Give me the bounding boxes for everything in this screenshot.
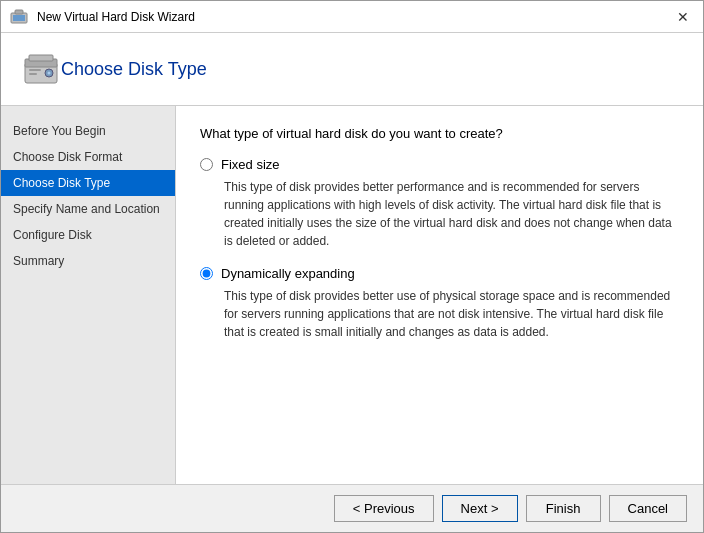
wizard-icon [21, 49, 61, 89]
dynamically-expanding-description: This type of disk provides better use of… [224, 287, 679, 341]
sidebar-item-specify-name-location[interactable]: Specify Name and Location [1, 196, 175, 222]
wizard-main: What type of virtual hard disk do you wa… [176, 106, 703, 484]
svg-rect-5 [29, 55, 53, 61]
close-button[interactable]: ✕ [671, 5, 695, 29]
wizard-footer: < Previous Next > Finish Cancel [1, 484, 703, 532]
sidebar-item-summary[interactable]: Summary [1, 248, 175, 274]
svg-rect-8 [29, 69, 41, 71]
svg-point-7 [48, 72, 51, 75]
sidebar-item-configure-disk[interactable]: Configure Disk [1, 222, 175, 248]
cancel-button[interactable]: Cancel [609, 495, 687, 522]
wizard-content: Before You Begin Choose Disk Format Choo… [1, 106, 703, 484]
dynamically-expanding-text: Dynamically expanding [221, 266, 355, 281]
finish-button[interactable]: Finish [526, 495, 601, 522]
wizard-window: New Virtual Hard Disk Wizard ✕ Choose Di… [0, 0, 704, 533]
sidebar-item-choose-disk-format[interactable]: Choose Disk Format [1, 144, 175, 170]
previous-button[interactable]: < Previous [334, 495, 434, 522]
dynamically-expanding-radio[interactable] [200, 267, 213, 280]
sidebar-item-before-you-begin[interactable]: Before You Begin [1, 118, 175, 144]
wizard-title: Choose Disk Type [61, 59, 207, 80]
title-bar: New Virtual Hard Disk Wizard ✕ [1, 1, 703, 33]
fixed-size-option-group: Fixed size This type of disk provides be… [200, 157, 679, 250]
dynamically-expanding-label[interactable]: Dynamically expanding [200, 266, 679, 281]
fixed-size-label[interactable]: Fixed size [200, 157, 679, 172]
sidebar-item-choose-disk-type[interactable]: Choose Disk Type [1, 170, 175, 196]
dynamically-expanding-option-group: Dynamically expanding This type of disk … [200, 266, 679, 341]
svg-rect-2 [15, 10, 23, 14]
svg-rect-9 [29, 73, 37, 75]
question-text: What type of virtual hard disk do you wa… [200, 126, 679, 141]
svg-rect-1 [13, 15, 25, 21]
fixed-size-description: This type of disk provides better perfor… [224, 178, 679, 250]
next-button[interactable]: Next > [442, 495, 518, 522]
fixed-size-text: Fixed size [221, 157, 280, 172]
wizard-header: Choose Disk Type [1, 33, 703, 106]
title-bar-icon [9, 7, 29, 27]
title-bar-text: New Virtual Hard Disk Wizard [37, 10, 671, 24]
wizard-sidebar: Before You Begin Choose Disk Format Choo… [1, 106, 176, 484]
fixed-size-radio[interactable] [200, 158, 213, 171]
